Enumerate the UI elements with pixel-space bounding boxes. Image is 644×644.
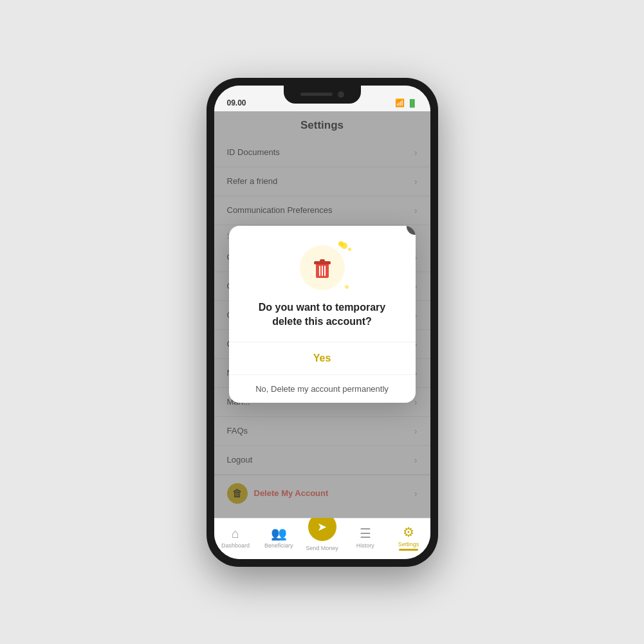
nav-item-settings[interactable]: ⚙ Settings	[387, 524, 430, 551]
status-time: 09.00	[227, 98, 246, 107]
modal-question-text: Do you want to temporary delete this acc…	[244, 300, 400, 329]
phone-frame: 09.00 📶 ▐▌ Settings ID Documents › Refer…	[207, 78, 438, 567]
sparkle-dot-2	[348, 248, 351, 251]
nav-item-beneficiary[interactable]: 👥 Beneficiary	[257, 526, 300, 549]
speaker	[300, 93, 333, 96]
nav-item-history[interactable]: ☰ History	[344, 526, 387, 549]
nav-label-beneficiary: Beneficiary	[264, 542, 293, 549]
modal-top: Do you want to temporary delete this acc…	[229, 226, 416, 343]
nav-item-send-money[interactable]: ➤ Send Money	[300, 523, 344, 551]
modal-icon-wrapper	[300, 245, 345, 290]
notch	[284, 86, 361, 104]
modal-overlay: ✕	[214, 111, 430, 518]
battery-icon: ▐▌	[407, 99, 418, 107]
bottom-nav: ⌂ Dashboard 👥 Beneficiary ➤ Send Money ☰…	[214, 518, 430, 559]
nav-label-send-money: Send Money	[306, 545, 338, 551]
history-icon: ☰	[360, 526, 371, 541]
modal-no-button[interactable]: No, Delete my account permanently	[229, 375, 416, 403]
home-icon: ⌂	[232, 526, 239, 541]
nav-label-history: History	[356, 542, 374, 549]
send-icon: ➤	[317, 520, 327, 534]
nav-item-dashboard[interactable]: ⌂ Dashboard	[214, 526, 257, 549]
camera	[338, 91, 344, 98]
status-icons: 📶 ▐▌	[395, 98, 418, 107]
nav-label-settings: Settings	[398, 541, 419, 547]
trash-illustration	[309, 255, 335, 281]
modal-yes-button[interactable]: Yes	[229, 342, 416, 375]
phone-screen: 09.00 📶 ▐▌ Settings ID Documents › Refer…	[214, 86, 430, 559]
nav-label-dashboard: Dashboard	[221, 542, 250, 549]
screen-content: Settings ID Documents › Refer a friend ›…	[214, 111, 430, 518]
svg-rect-2	[320, 259, 325, 262]
beneficiary-icon: 👥	[271, 526, 287, 541]
active-indicator	[399, 549, 418, 551]
wifi-icon: 📶	[395, 98, 405, 107]
settings-icon: ⚙	[403, 524, 414, 540]
delete-confirm-modal: ✕	[229, 226, 416, 403]
sparkle-dot	[338, 241, 344, 246]
